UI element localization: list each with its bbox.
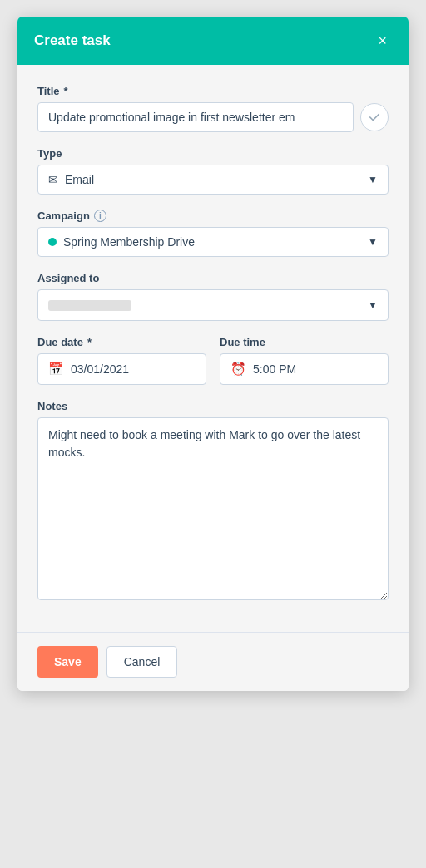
- assigned-group: Assigned to ▼: [37, 272, 389, 321]
- assigned-label: Assigned to: [37, 272, 389, 284]
- clock-icon: ⏰: [230, 362, 246, 377]
- due-date-value: 03/01/2021: [71, 362, 129, 376]
- check-circle-button[interactable]: [360, 103, 389, 131]
- due-time-input[interactable]: ⏰ 5:00 PM: [220, 353, 389, 385]
- cancel-button[interactable]: Cancel: [106, 646, 178, 678]
- assigned-placeholder: [48, 300, 131, 311]
- due-date-input[interactable]: 📅 03/01/2021: [37, 353, 206, 385]
- type-select[interactable]: ✉ Email ▼: [37, 165, 389, 195]
- create-task-modal: Create task × Title *: [17, 17, 409, 691]
- campaign-label: Campaign i: [37, 210, 389, 222]
- title-group: Title *: [37, 85, 389, 132]
- modal-body: Title * Type: [17, 65, 409, 632]
- type-select-wrapper: ✉ Email ▼: [37, 165, 389, 195]
- type-group: Type ✉ Email ▼: [37, 147, 389, 195]
- due-date-group: Due date * 📅 03/01/2021: [37, 336, 206, 385]
- campaign-dot-icon: [48, 238, 57, 246]
- close-button[interactable]: ×: [373, 32, 392, 50]
- calendar-icon: 📅: [48, 362, 64, 377]
- due-time-label: Due time: [220, 336, 389, 348]
- chevron-down-icon: ▼: [368, 236, 378, 248]
- chevron-down-icon: ▼: [368, 174, 378, 185]
- save-button[interactable]: Save: [37, 646, 98, 678]
- modal-header: Create task ×: [17, 17, 409, 65]
- campaign-value: Spring Membership Drive: [63, 235, 195, 249]
- title-input[interactable]: [37, 102, 354, 132]
- required-indicator: *: [64, 85, 68, 97]
- due-time-group: Due time ⏰ 5:00 PM: [220, 336, 389, 385]
- due-time-value: 5:00 PM: [253, 362, 296, 376]
- campaign-group: Campaign i Spring Membership Drive ▼: [37, 210, 389, 257]
- modal-title: Create task: [34, 32, 111, 49]
- campaign-select-wrapper: Spring Membership Drive ▼: [37, 227, 389, 257]
- title-input-wrapper: [37, 102, 389, 132]
- type-label: Type: [37, 147, 389, 160]
- assigned-select[interactable]: ▼: [37, 289, 389, 321]
- check-icon: [369, 111, 380, 123]
- notes-label: Notes: [37, 400, 389, 412]
- campaign-select[interactable]: Spring Membership Drive ▼: [37, 227, 389, 257]
- title-label: Title *: [37, 85, 389, 97]
- chevron-down-icon: ▼: [368, 299, 378, 311]
- assigned-select-wrapper: ▼: [37, 289, 389, 321]
- required-indicator: *: [87, 336, 92, 348]
- date-time-row: Due date * 📅 03/01/2021 Due time ⏰ 5:00 …: [37, 336, 389, 385]
- email-icon: ✉: [48, 173, 58, 186]
- notes-group: Notes Might need to book a meeting with …: [37, 400, 389, 604]
- type-value: Email: [65, 173, 94, 186]
- info-icon[interactable]: i: [94, 210, 106, 222]
- notes-textarea[interactable]: Might need to book a meeting with Mark t…: [37, 417, 389, 600]
- modal-footer: Save Cancel: [17, 632, 409, 691]
- due-date-label: Due date *: [37, 336, 206, 348]
